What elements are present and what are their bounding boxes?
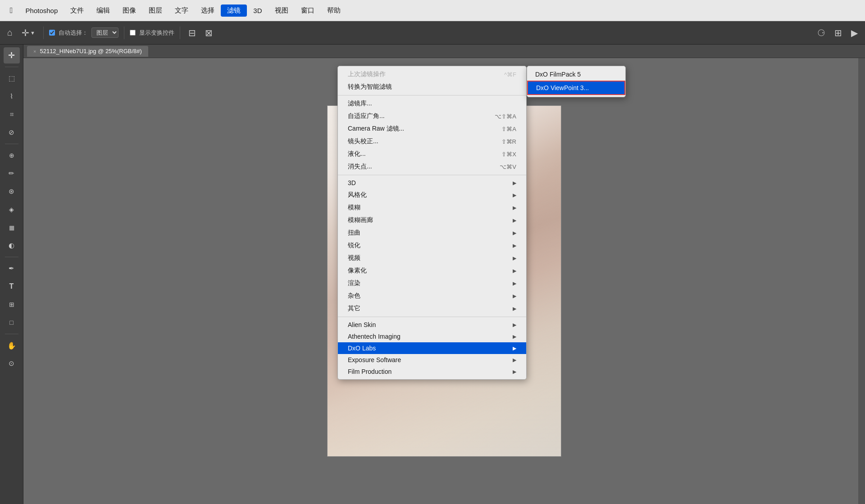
film-production-item[interactable]: Film Production ▶	[338, 366, 526, 377]
gradient-tool[interactable]: ▦	[4, 219, 20, 236]
layer-select[interactable]: 图层	[91, 27, 118, 38]
vanishing-item[interactable]: 消失点... ⌥⌘V	[338, 160, 526, 173]
distort-arrow: ▶	[513, 230, 516, 236]
tab-bar: × 52112_HINeb7U1.jpg @ 25%(RGB/8#)	[23, 45, 865, 58]
distort-item[interactable]: 扭曲 ▶	[338, 227, 526, 239]
tool-divider-2	[5, 144, 18, 144]
video-label: 视频	[348, 254, 360, 262]
tool-divider-4	[5, 334, 18, 334]
adaptive-shortcut: ⌥⇧⌘A	[495, 113, 516, 120]
menu-window[interactable]: 窗口	[295, 5, 321, 17]
blur-gallery-arrow: ▶	[513, 218, 516, 223]
eyedropper-tool[interactable]: ⊘	[4, 124, 20, 141]
blur-item[interactable]: 模糊 ▶	[338, 201, 526, 214]
shape-tool[interactable]: □	[4, 314, 20, 331]
distort-label: 扭曲	[348, 229, 360, 237]
stylize-item[interactable]: 风格化 ▶	[338, 189, 526, 201]
apple-menu[interactable]: 	[4, 6, 19, 15]
dxo-labs-item[interactable]: DxO Labs ▶	[338, 342, 526, 354]
video-arrow: ▶	[513, 255, 516, 261]
menu-file[interactable]: 文件	[64, 5, 90, 17]
menu-layer[interactable]: 图层	[142, 5, 168, 17]
menu-text[interactable]: 文字	[168, 5, 195, 17]
menu-section-3: 3D ▶ 风格化 ▶ 模糊 ▶ 模糊画廊 ▶ 扭曲 ▶	[338, 175, 526, 317]
divider-1	[43, 27, 44, 39]
heal-tool[interactable]: ⊕	[4, 147, 20, 163]
marquee-tool[interactable]: ⬚	[4, 70, 20, 86]
lens-correct-label: 镜头校正...	[348, 137, 378, 145]
move-tool[interactable]: ✛	[4, 47, 20, 64]
divider-3	[180, 27, 180, 39]
dodge-tool[interactable]: ◐	[4, 237, 20, 254]
transform-checkbox[interactable]	[130, 30, 136, 36]
text-tool[interactable]: T	[4, 278, 20, 295]
last-filter-item[interactable]: 上次滤镜操作 ^⌘F	[338, 68, 526, 81]
video-icon[interactable]: ▶	[848, 26, 860, 40]
show-transform-label: 显示变换控件	[139, 29, 174, 37]
path-tool[interactable]: ⊞	[4, 296, 20, 313]
smart-filter-label: 转换为智能滤镜	[348, 83, 392, 91]
menu-section-1: 上次滤镜操作 ^⌘F 转换为智能滤镜	[338, 66, 526, 95]
alien-skin-item[interactable]: Alien Skin ▶	[338, 319, 526, 331]
noise-arrow: ▶	[513, 293, 516, 299]
sharpen-item[interactable]: 锐化 ▶	[338, 239, 526, 252]
camera-raw-shortcut: ⇧⌘A	[501, 126, 516, 132]
athentech-label: Athentech Imaging	[348, 333, 401, 340]
camera-raw-label: Camera Raw 滤镜...	[348, 125, 404, 133]
noise-item[interactable]: 杂色 ▶	[338, 290, 526, 302]
exposure-item[interactable]: Exposure Software ▶	[338, 354, 526, 366]
menu-select[interactable]: 选择	[195, 5, 221, 17]
menu-filter[interactable]: 滤镜	[221, 5, 247, 17]
menu-edit[interactable]: 编辑	[90, 5, 116, 17]
menu-photoshop[interactable]: Photoshop	[19, 5, 64, 16]
home-button[interactable]: ⌂	[5, 26, 15, 40]
sharpen-arrow: ▶	[513, 243, 516, 249]
exposure-arrow: ▶	[513, 357, 516, 363]
vanishing-label: 消失点...	[348, 163, 372, 171]
pixelate-item[interactable]: 像素化 ▶	[338, 264, 526, 277]
crop-tool[interactable]: ⌗	[4, 106, 20, 123]
auto-select-label: 自动选择：	[59, 29, 88, 37]
menu-view[interactable]: 视图	[269, 5, 295, 17]
lasso-tool[interactable]: ⌇	[4, 88, 20, 104]
dxo-viewpoint-item[interactable]: DxO ViewPoint 3...	[527, 81, 625, 95]
pen-tool[interactable]: ✒	[4, 260, 20, 277]
filter-dropdown-menu: 上次滤镜操作 ^⌘F 转换为智能滤镜 滤镜库... 自适应广角... ⌥⇧⌘A	[337, 66, 527, 380]
lens-correct-item[interactable]: 镜头校正... ⇧⌘R	[338, 135, 526, 148]
brush-tool[interactable]: ✏	[4, 165, 20, 182]
pixelate-label: 像素化	[348, 267, 367, 275]
tab-close-button[interactable]: ×	[33, 49, 36, 54]
alien-skin-label: Alien Skin	[348, 321, 376, 328]
filter-gallery-item[interactable]: 滤镜库...	[338, 97, 526, 110]
eraser-tool[interactable]: ◈	[4, 201, 20, 218]
menu-3d[interactable]: 3D	[247, 5, 268, 16]
zoom-tool[interactable]: ⊙	[4, 355, 20, 372]
document-tab[interactable]: × 52112_HINeb7U1.jpg @ 25%(RGB/8#)	[27, 46, 148, 57]
dxo-filmpack-item[interactable]: DxO FilmPack 5	[527, 68, 625, 81]
align-center-icon[interactable]: ⊠	[202, 26, 215, 40]
camera-raw-item[interactable]: Camera Raw 滤镜... ⇧⌘A	[338, 123, 526, 135]
arrange-icon[interactable]: ⊞	[832, 26, 845, 40]
athentech-item[interactable]: Athentech Imaging ▶	[338, 331, 526, 342]
menu-help[interactable]: 帮助	[321, 5, 347, 17]
video-item[interactable]: 视频 ▶	[338, 252, 526, 264]
hand-tool[interactable]: ✋	[4, 337, 20, 354]
smart-filter-item[interactable]: 转换为智能滤镜	[338, 81, 526, 93]
adaptive-wide-item[interactable]: 自适应广角... ⌥⇧⌘A	[338, 110, 526, 123]
liquefy-item[interactable]: 液化... ⇧⌘X	[338, 148, 526, 160]
vanishing-shortcut: ⌥⌘V	[500, 163, 516, 170]
blur-gallery-label: 模糊画廊	[348, 216, 373, 224]
vertical-scrollbar[interactable]	[858, 58, 865, 504]
stamp-tool[interactable]: ⊛	[4, 183, 20, 200]
auto-select-checkbox[interactable]	[49, 30, 55, 36]
blur-gallery-item[interactable]: 模糊画廊 ▶	[338, 214, 526, 227]
athentech-arrow: ▶	[513, 334, 516, 340]
menu-image[interactable]: 图像	[116, 5, 142, 17]
canvas-area: × 52112_HINeb7U1.jpg @ 25%(RGB/8#)	[23, 45, 865, 504]
other-item[interactable]: 其它 ▶	[338, 302, 526, 315]
sync-icon[interactable]: ⚆	[815, 26, 828, 40]
render-item[interactable]: 渲染 ▶	[338, 277, 526, 290]
3d-filter-item[interactable]: 3D ▶	[338, 177, 526, 189]
align-left-icon[interactable]: ⊟	[186, 26, 199, 40]
move-options[interactable]: ✛▼	[19, 26, 38, 40]
